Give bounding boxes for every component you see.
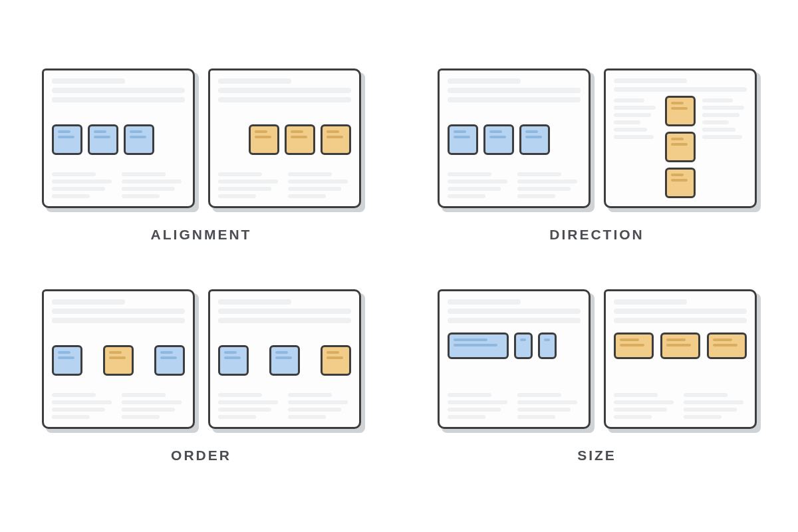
concept-label: SIZE <box>577 448 616 464</box>
flex-item <box>124 124 154 155</box>
flex-item <box>218 345 249 376</box>
concept-label: ORDER <box>171 448 231 464</box>
concept-label: ALIGNMENT <box>151 227 252 243</box>
direction-panel-row <box>438 68 591 208</box>
concept-direction: DIRECTION <box>429 68 765 243</box>
flex-item <box>154 345 185 376</box>
concept-label: DIRECTION <box>549 227 644 243</box>
flexbox-concepts-diagram: ALIGNMENT <box>33 68 765 464</box>
flex-item <box>448 124 478 155</box>
concept-alignment: ALIGNMENT <box>33 68 369 243</box>
flex-item-large <box>448 332 509 359</box>
size-panel-b <box>604 289 757 429</box>
concept-order: ORDER <box>33 289 369 464</box>
alignment-panel-right <box>208 68 361 208</box>
order-panel-b <box>208 289 361 429</box>
flex-item <box>321 124 351 155</box>
flex-item <box>285 124 315 155</box>
flex-item-equal <box>614 332 654 359</box>
flex-item <box>52 345 82 376</box>
flex-item <box>249 124 279 155</box>
size-panel-a <box>438 289 591 429</box>
flex-item-small <box>538 332 557 359</box>
flex-item <box>88 124 118 155</box>
order-panel-a <box>42 289 195 429</box>
flex-item-equal <box>660 332 700 359</box>
flex-item-small <box>514 332 533 359</box>
flex-item <box>665 168 696 198</box>
flex-item <box>269 345 300 376</box>
direction-panel-column <box>604 68 757 208</box>
flex-item <box>519 124 550 155</box>
alignment-panel-left <box>42 68 195 208</box>
flex-item <box>483 124 514 155</box>
flex-item <box>321 345 351 376</box>
flex-item <box>665 96 696 126</box>
concept-size: SIZE <box>429 289 765 464</box>
flex-item <box>103 345 134 376</box>
flex-item <box>665 132 696 162</box>
flex-item <box>52 124 82 155</box>
flex-item-equal <box>707 332 747 359</box>
